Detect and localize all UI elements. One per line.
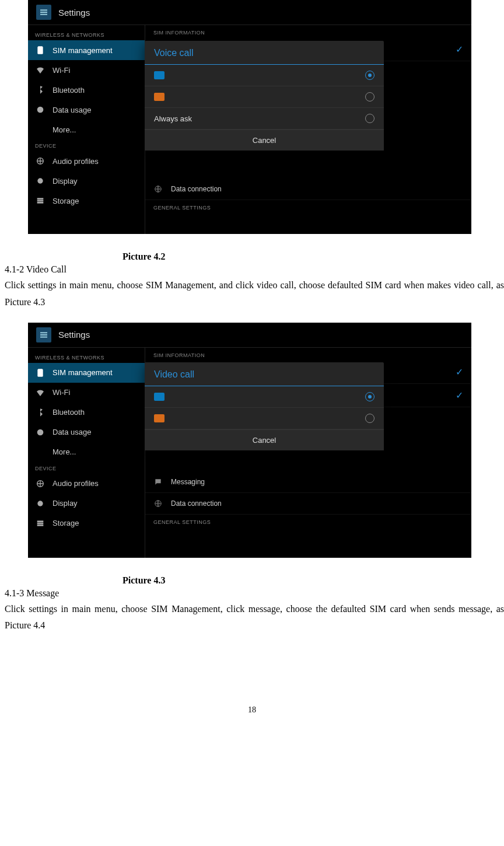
section-heading-message: 4.1-3 Message bbox=[0, 588, 504, 600]
wifi-icon bbox=[35, 387, 46, 398]
screenshot-video-call: Settings WIRELESS & NETWORKS SIM managem… bbox=[28, 323, 471, 558]
sidebar-item-wifi[interactable]: Wi-Fi bbox=[28, 60, 145, 80]
sidebar-label: Bluetooth bbox=[52, 86, 85, 95]
sidebar-label: Storage bbox=[52, 519, 79, 527]
dialog-option-always-ask[interactable]: Always ask bbox=[145, 108, 384, 130]
radio-off-icon bbox=[365, 114, 374, 123]
sidebar-item-sim[interactable]: SIM management bbox=[28, 40, 145, 60]
settings-sidebar: WIRELESS & NETWORKS SIM management Wi-Fi… bbox=[28, 348, 145, 558]
sim-icon bbox=[35, 45, 46, 55]
sidebar-item-data[interactable]: Data usage bbox=[28, 100, 145, 120]
video-call-dialog: Video call Cancel bbox=[145, 362, 384, 450]
data-connection-label: Data connection bbox=[171, 185, 222, 193]
wifi-icon bbox=[35, 65, 46, 75]
sidebar-item-audio[interactable]: Audio profiles bbox=[28, 151, 145, 171]
sidebar-label: Display bbox=[52, 177, 78, 186]
screenshot-voice-call: Settings WIRELESS & NETWORKS SIM managem… bbox=[28, 0, 471, 234]
device-header: DEVICE bbox=[28, 462, 145, 474]
blank-icon bbox=[35, 124, 46, 135]
page-number: 18 bbox=[0, 705, 504, 715]
dialog-option-sim1[interactable] bbox=[145, 65, 384, 86]
sidebar-label: Wi-Fi bbox=[52, 66, 70, 75]
sidebar-label: Storage bbox=[52, 197, 79, 205]
svg-rect-8 bbox=[37, 202, 44, 204]
svg-rect-7 bbox=[37, 200, 44, 202]
dialog-option-sim2[interactable] bbox=[145, 408, 384, 429]
svg-point-15 bbox=[37, 501, 43, 506]
blank-icon bbox=[35, 447, 46, 457]
svg-rect-16 bbox=[37, 520, 44, 522]
voice-call-dialog: Voice call Always ask Cancel bbox=[145, 41, 384, 151]
document-page: Settings WIRELESS & NETWORKS SIM managem… bbox=[0, 0, 504, 738]
check-icon: ✓ bbox=[456, 366, 463, 377]
device-header: DEVICE bbox=[28, 139, 145, 151]
settings-icon bbox=[36, 5, 51, 20]
radio-off-icon bbox=[365, 92, 374, 102]
svg-rect-0 bbox=[40, 9, 47, 11]
svg-rect-12 bbox=[40, 336, 47, 337]
figure-caption-1: Picture 4.2 bbox=[0, 234, 504, 264]
sidebar-label: More... bbox=[52, 125, 76, 134]
bluetooth-icon bbox=[35, 407, 46, 418]
data-connection-row[interactable]: Data connection bbox=[145, 493, 471, 515]
data-connection-label: Data connection bbox=[171, 499, 222, 508]
svg-rect-17 bbox=[37, 522, 44, 524]
sim-info-header: SIM INFORMATION bbox=[145, 348, 471, 361]
data-connection-row[interactable]: Data connection bbox=[145, 179, 471, 200]
sidebar-item-bluetooth[interactable]: Bluetooth bbox=[28, 80, 145, 100]
sidebar-item-sim[interactable]: SIM management bbox=[28, 363, 145, 383]
dialog-title: Video call bbox=[145, 362, 384, 386]
section-heading-video-call: 4.1-2 Video Call bbox=[0, 264, 504, 276]
settings-icon bbox=[36, 327, 51, 342]
general-settings-header: GENERAL SETTINGS bbox=[145, 200, 471, 213]
svg-point-5 bbox=[37, 178, 43, 183]
sim-chip-icon bbox=[154, 393, 164, 401]
sidebar-label: SIM management bbox=[52, 368, 113, 377]
svg-point-3 bbox=[37, 107, 44, 113]
dialog-cancel-button[interactable]: Cancel bbox=[145, 130, 384, 151]
audio-icon bbox=[35, 156, 46, 166]
messaging-row[interactable]: Messaging bbox=[145, 471, 471, 493]
dialog-cancel-button[interactable]: Cancel bbox=[145, 429, 384, 450]
sidebar-label: Display bbox=[52, 499, 78, 508]
dialog-option-sim1[interactable] bbox=[145, 386, 384, 408]
sidebar-item-storage[interactable]: Storage bbox=[28, 191, 145, 211]
sim-chip-icon bbox=[154, 71, 164, 79]
always-ask-label: Always ask bbox=[154, 114, 192, 123]
radio-on-icon bbox=[365, 71, 374, 80]
svg-rect-1 bbox=[40, 12, 47, 13]
bluetooth-icon bbox=[35, 85, 46, 95]
settings-title: Settings bbox=[58, 8, 90, 18]
storage-icon bbox=[35, 195, 46, 206]
sidebar-item-display[interactable]: Display bbox=[28, 494, 145, 513]
sidebar-item-storage[interactable]: Storage bbox=[28, 513, 145, 533]
sidebar-item-more[interactable]: More... bbox=[28, 120, 145, 139]
audio-icon bbox=[35, 478, 46, 489]
sidebar-item-audio[interactable]: Audio profiles bbox=[28, 474, 145, 494]
storage-icon bbox=[35, 518, 46, 529]
check-icon: ✓ bbox=[456, 44, 463, 55]
sidebar-label: Wi-Fi bbox=[52, 388, 70, 397]
svg-rect-18 bbox=[37, 525, 44, 526]
data-icon bbox=[35, 427, 46, 438]
sidebar-label: Data usage bbox=[52, 428, 92, 436]
dialog-title: Voice call bbox=[145, 41, 384, 65]
dialog-option-sim2[interactable] bbox=[145, 86, 384, 108]
sidebar-label: Audio profiles bbox=[52, 157, 99, 166]
sidebar-item-wifi[interactable]: Wi-Fi bbox=[28, 383, 145, 403]
sidebar-item-bluetooth[interactable]: Bluetooth bbox=[28, 403, 145, 422]
sidebar-item-more[interactable]: More... bbox=[28, 442, 145, 462]
sidebar-item-data[interactable]: Data usage bbox=[28, 422, 145, 442]
radio-off-icon bbox=[365, 414, 374, 423]
figure-caption-2: Picture 4.3 bbox=[0, 558, 504, 588]
settings-title: Settings bbox=[58, 330, 90, 340]
body-text-message: Click settings in main menu, choose SIM … bbox=[0, 600, 504, 636]
sim-icon bbox=[35, 368, 46, 378]
radio-on-icon bbox=[365, 392, 374, 401]
svg-rect-11 bbox=[40, 334, 47, 335]
svg-rect-6 bbox=[37, 198, 44, 200]
messaging-label: Messaging bbox=[171, 478, 205, 486]
sidebar-label: More... bbox=[52, 448, 76, 456]
body-text-video-call: Click settings in main menu, choose SIM … bbox=[0, 276, 504, 312]
sidebar-item-display[interactable]: Display bbox=[28, 171, 145, 191]
